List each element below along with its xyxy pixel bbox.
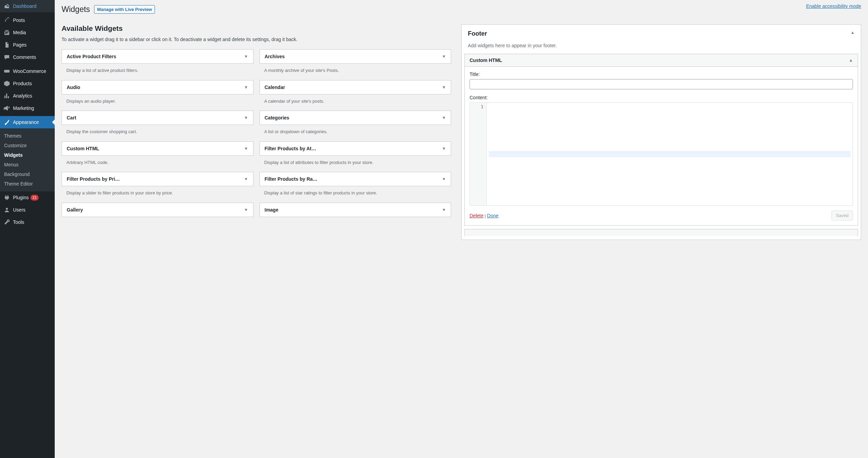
active-line [489, 151, 851, 157]
appearance-submenu: Themes Customize Widgets Menus Backgroun… [0, 128, 55, 191]
available-widget: Image ▼ [260, 203, 451, 217]
chevron-down-icon: ▼ [244, 177, 248, 181]
sidebar-item-pages[interactable]: Pages [0, 39, 55, 51]
analytics-icon [3, 92, 10, 99]
widget-handle[interactable]: Custom HTML ▼ [62, 141, 253, 156]
widget-control-links: Delete | Done [470, 213, 499, 218]
sidebar-item-label: Plugins [13, 195, 29, 200]
sidebar-item-appearance[interactable]: Appearance [0, 116, 55, 128]
title-input[interactable] [470, 79, 853, 89]
sidebar-item-label: Analytics [13, 93, 32, 99]
pages-icon [3, 41, 10, 48]
widget-title: Cart [67, 115, 76, 120]
widget-area-footer: Footer ▲ Add widgets here to appear in y… [461, 24, 861, 240]
widget-area-title: Footer [468, 30, 487, 37]
delete-link[interactable]: Delete [470, 213, 483, 218]
title-label: Title: [470, 72, 853, 77]
sidebar-item-analytics[interactable]: Analytics [0, 90, 55, 102]
widget-title: Image [265, 207, 278, 213]
widget-description: A list or dropdown of categories. [260, 125, 451, 135]
widget-handle[interactable]: Archives ▼ [260, 49, 451, 64]
sidebar-item-label: Comments [13, 54, 36, 60]
active-menu-arrow [49, 119, 55, 125]
available-widget: Archives ▼ A monthly archive of your sit… [260, 49, 451, 74]
widget-handle[interactable]: Active Product Filters ▼ [62, 49, 253, 64]
code-content[interactable] [486, 103, 853, 205]
sidebar-item-woocommerce[interactable]: WooCommerce [0, 65, 55, 77]
page-title: Widgets [62, 5, 90, 14]
widget-handle[interactable]: Filter Products by At… ▼ [260, 141, 451, 156]
sidebar-menu: Dashboard Posts Media Pages Comments Woo… [0, 0, 55, 228]
available-widget: Cart ▼ Display the customer shopping car… [62, 111, 253, 135]
submenu-background[interactable]: Background [0, 169, 55, 179]
submenu-widgets[interactable]: Widgets [0, 150, 55, 160]
chevron-down-icon: ▼ [244, 85, 248, 90]
widget-description: Display a list of active product filters… [62, 64, 253, 74]
widget-title: Filter Products by Ra… [265, 176, 318, 182]
megaphone-icon [3, 105, 10, 112]
sidebar-item-label: Media [13, 30, 26, 35]
accessibility-mode-link[interactable]: Enable accessibility mode [806, 3, 861, 9]
widget-header[interactable]: Custom HTML ▲ [465, 54, 858, 67]
sidebar-item-tools[interactable]: Tools [0, 216, 55, 228]
sidebar-item-plugins[interactable]: Plugins 21 [0, 191, 55, 204]
widget-area-header[interactable]: Footer ▲ [462, 25, 861, 43]
users-icon [3, 206, 10, 213]
widget-handle[interactable]: Image ▼ [260, 203, 451, 217]
widget-title: Calendar [265, 85, 285, 90]
chevron-down-icon: ▼ [442, 54, 446, 59]
submenu-themes[interactable]: Themes [0, 131, 55, 141]
comment-icon [3, 54, 10, 61]
sidebar-item-marketing[interactable]: Marketing [0, 102, 55, 114]
available-widget: Filter Products by At… ▼ Display a list … [260, 141, 451, 166]
available-widgets-column: Available Widgets To activate a widget d… [62, 24, 461, 223]
saved-button: Saved [831, 211, 853, 220]
widget-handle[interactable]: Categories ▼ [260, 111, 451, 125]
sidebar-item-products[interactable]: Products [0, 77, 55, 90]
chevron-up-icon: ▲ [849, 58, 853, 63]
svg-rect-0 [4, 70, 10, 73]
widget-handle[interactable]: Filter Products by Ra… ▼ [260, 172, 451, 186]
available-widget: Custom HTML ▼ Arbitrary HTML code. [62, 141, 253, 166]
main-content: Enable accessibility mode Widgets Manage… [55, 0, 868, 247]
available-widget: Audio ▼ Displays an audio player. [62, 80, 253, 105]
sidebar-item-posts[interactable]: Posts [0, 14, 55, 26]
chevron-down-icon: ▼ [442, 177, 446, 181]
code-gutter: 1 [470, 103, 486, 205]
widget-title: Audio [67, 85, 80, 90]
admin-sidebar: Dashboard Posts Media Pages Comments Woo… [0, 0, 55, 247]
done-link[interactable]: Done [487, 213, 498, 218]
submenu-customize[interactable]: Customize [0, 141, 55, 150]
code-editor[interactable]: 1 [470, 102, 853, 206]
sidebar-item-comments[interactable]: Comments [0, 51, 55, 63]
widget-handle[interactable]: Calendar ▼ [260, 80, 451, 94]
submenu-menus[interactable]: Menus [0, 160, 55, 169]
sidebar-item-label: Pages [13, 42, 27, 48]
widget-description: Displays an audio player. [62, 94, 253, 105]
available-widget: Filter Products by Pri… ▼ Display a slid… [62, 172, 253, 196]
page-header: Widgets Manage with Live Preview [62, 5, 861, 14]
sidebar-item-users[interactable]: Users [0, 204, 55, 216]
submenu-theme-editor[interactable]: Theme Editor [0, 179, 55, 189]
available-widget: Categories ▼ A list or dropdown of categ… [260, 111, 451, 135]
sidebar-item-media[interactable]: Media [0, 26, 55, 39]
available-widgets-grid: Active Product Filters ▼ Display a list … [62, 49, 451, 223]
brush-icon [3, 119, 10, 126]
chevron-down-icon: ▼ [442, 146, 446, 151]
widget-header[interactable] [465, 229, 858, 236]
sidebar-item-label: Posts [13, 17, 25, 23]
widget-handle[interactable]: Filter Products by Pri… ▼ [62, 172, 253, 186]
widget-title: Archives [265, 54, 285, 59]
widget-handle[interactable]: Cart ▼ [62, 111, 253, 125]
widget-title: Custom HTML [67, 146, 99, 151]
sidebar-item-dashboard[interactable]: Dashboard [0, 0, 55, 12]
widget-area-desc: Add widgets here to appear in your foote… [462, 43, 861, 54]
manage-live-preview-button[interactable]: Manage with Live Preview [94, 5, 155, 14]
woocommerce-icon [3, 68, 10, 75]
chevron-down-icon: ▼ [442, 85, 446, 90]
widget-handle[interactable]: Gallery ▼ [62, 203, 253, 217]
widget-handle[interactable]: Audio ▼ [62, 80, 253, 94]
widget-description: Display a list of star ratings to filter… [260, 186, 451, 196]
sidebar-item-label: Products [13, 81, 32, 86]
widget-collapsed [464, 229, 858, 236]
